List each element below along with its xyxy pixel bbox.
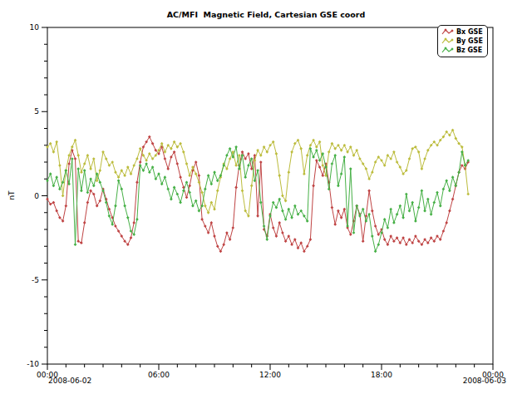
- data-point-marker: [331, 162, 334, 165]
- data-point-marker: [396, 213, 399, 216]
- data-point-marker: [164, 157, 167, 160]
- data-point-marker: [259, 160, 263, 164]
- data-point-marker: [423, 209, 426, 213]
- data-point-marker: [377, 243, 380, 246]
- y-tick-label: -10: [27, 360, 39, 368]
- data-point-marker: [209, 201, 213, 204]
- data-point-marker: [401, 216, 405, 219]
- legend-label-bz: Bz GSE: [456, 47, 482, 54]
- data-point-marker: [160, 182, 164, 185]
- data-point-marker: [198, 174, 201, 177]
- data-point-marker: [290, 216, 293, 219]
- data-point-marker: [198, 180, 201, 184]
- data-point-marker: [321, 174, 324, 177]
- data-point-marker: [114, 204, 117, 208]
- data-point-marker: [374, 249, 377, 253]
- data-point-marker: [423, 157, 426, 160]
- data-point-marker: [265, 238, 268, 241]
- data-point-marker: [74, 139, 77, 142]
- data-point-marker: [234, 145, 238, 149]
- data-point-marker: [83, 169, 86, 172]
- legend-item-bz: Bz GSE: [441, 46, 483, 55]
- data-point-marker: [278, 174, 281, 177]
- plot-frame: [47, 27, 493, 364]
- data-point-marker: [126, 216, 130, 219]
- data-point-marker: [209, 182, 213, 185]
- data-point-marker: [139, 160, 142, 164]
- data-point-marker: [392, 221, 396, 224]
- data-point-marker: [281, 231, 284, 234]
- data-point-marker: [374, 224, 377, 228]
- data-point-marker: [451, 198, 455, 201]
- legend-item-bx: Bx GSE: [441, 27, 483, 37]
- data-point-marker: [185, 196, 189, 200]
- data-point-marker: [207, 211, 210, 214]
- data-point-marker: [355, 204, 358, 208]
- data-point-marker: [71, 145, 74, 149]
- data-point-marker: [309, 238, 313, 241]
- data-point-marker: [451, 175, 455, 179]
- data-point-marker: [250, 185, 254, 188]
- data-point-marker: [185, 162, 189, 165]
- data-point-marker: [164, 175, 167, 179]
- data-point-marker: [315, 159, 318, 162]
- data-point-marker: [231, 226, 234, 229]
- data-point-marker: [58, 188, 62, 191]
- data-point-marker: [62, 195, 65, 198]
- data-point-marker: [299, 147, 303, 150]
- data-point-marker: [312, 155, 315, 159]
- data-point-marker: [175, 162, 179, 165]
- data-point-marker: [259, 201, 263, 204]
- data-point-marker: [275, 234, 278, 238]
- data-point-marker: [120, 188, 123, 191]
- chart-title: AC/MFI Magnetic Field, Cartesian GSE coo…: [0, 10, 532, 19]
- data-point-marker: [126, 165, 130, 169]
- data-point-marker: [352, 231, 356, 234]
- data-point-marker: [466, 193, 470, 196]
- series-bz-gse-line: [47, 147, 468, 251]
- data-point-marker: [272, 226, 275, 229]
- data-point-marker: [284, 218, 288, 221]
- data-point-marker: [312, 185, 315, 188]
- data-point-marker: [132, 221, 135, 224]
- data-point-marker: [74, 157, 77, 160]
- data-point-marker: [430, 213, 433, 216]
- data-point-marker: [55, 175, 58, 179]
- data-point-marker: [367, 190, 371, 193]
- data-point-marker: [293, 204, 297, 208]
- data-point-marker: [188, 185, 191, 188]
- data-point-marker: [108, 214, 111, 218]
- data-point-marker: [439, 204, 442, 208]
- data-point-marker: [166, 188, 170, 191]
- data-point-marker: [204, 224, 207, 228]
- data-point-marker: [432, 201, 436, 204]
- data-point-marker: [367, 177, 371, 180]
- data-point-marker: [244, 175, 247, 179]
- data-point-marker: [337, 185, 340, 188]
- data-point-marker: [448, 209, 451, 213]
- data-point-marker: [55, 209, 58, 213]
- y-tick-label: 10: [30, 23, 40, 32]
- x-axis-start-date: 2008-06-02: [48, 377, 91, 385]
- data-point-marker: [225, 231, 229, 234]
- y-axis-unit-label: nT: [7, 190, 16, 200]
- data-point-marker: [229, 147, 232, 150]
- data-point-marker: [417, 206, 421, 209]
- data-point-marker: [52, 201, 56, 204]
- data-point-marker: [65, 204, 68, 208]
- data-point-marker: [96, 179, 99, 182]
- data-point-marker: [367, 213, 371, 216]
- data-point-marker: [76, 167, 80, 170]
- data-point-marker: [195, 172, 198, 175]
- data-point-marker: [123, 204, 126, 208]
- series-bz-gse: [46, 145, 470, 253]
- data-point-marker: [92, 157, 96, 160]
- data-point-marker: [213, 208, 216, 211]
- data-point-marker: [117, 179, 121, 182]
- data-point-marker: [130, 236, 133, 239]
- data-point-marker: [209, 221, 213, 224]
- data-point-marker: [281, 209, 284, 213]
- data-point-marker: [67, 154, 71, 157]
- data-point-marker: [349, 233, 352, 236]
- data-point-marker: [135, 218, 139, 221]
